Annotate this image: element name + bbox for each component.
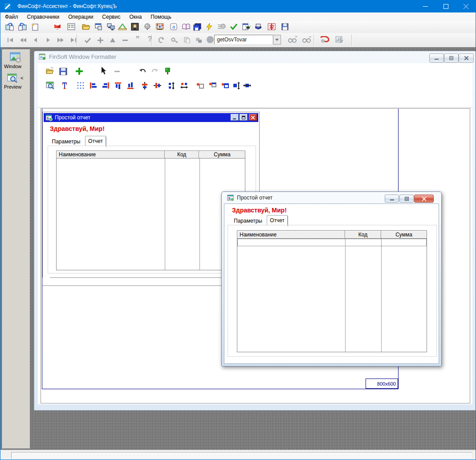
ruler-button[interactable] bbox=[117, 21, 128, 32]
menu-service[interactable]: Сервис bbox=[98, 12, 125, 21]
menu-windows[interactable]: Окна bbox=[125, 12, 146, 21]
minimize-button[interactable] bbox=[415, 0, 435, 12]
key-button[interactable] bbox=[169, 35, 180, 45]
save-button[interactable] bbox=[279, 21, 291, 32]
ditto-button[interactable]: ” bbox=[132, 34, 143, 45]
column-separator[interactable] bbox=[345, 239, 346, 352]
open-book-button[interactable] bbox=[180, 21, 192, 32]
fmt-align-right-button[interactable] bbox=[100, 80, 111, 91]
save-all-button[interactable] bbox=[191, 21, 203, 32]
fmt-redo-button[interactable] bbox=[149, 65, 161, 77]
notes-button[interactable]: a bbox=[168, 21, 179, 32]
open-folder-button[interactable] bbox=[80, 21, 92, 32]
column-separator[interactable] bbox=[199, 159, 200, 270]
preview-tab-report[interactable]: Отчет bbox=[267, 215, 288, 225]
preview-restore-button[interactable] bbox=[399, 195, 414, 203]
find-add-button[interactable] bbox=[287, 34, 298, 45]
designer-report-table[interactable]: Наименование Код Сумма bbox=[56, 151, 245, 270]
copy-button[interactable] bbox=[181, 35, 193, 45]
syntax-check-button[interactable] bbox=[228, 21, 240, 32]
fmt-center-horizontal-button[interactable] bbox=[151, 80, 163, 91]
fmt-space-vertical-button[interactable] bbox=[166, 80, 177, 91]
help-button[interactable]: ? bbox=[144, 34, 156, 45]
column-header-sum[interactable]: Сумма bbox=[381, 231, 427, 239]
fmt-tree-button[interactable] bbox=[162, 65, 173, 77]
fmt-center-vertical-button[interactable] bbox=[139, 80, 151, 91]
fmt-open-button[interactable] bbox=[44, 65, 56, 77]
list-form-button[interactable] bbox=[65, 21, 77, 32]
close-button[interactable] bbox=[456, 0, 476, 12]
filter-button[interactable] bbox=[319, 34, 330, 45]
print-button[interactable] bbox=[252, 21, 264, 32]
fmt-undo-button[interactable] bbox=[137, 65, 148, 77]
procedure-combobox[interactable]: getOsvTovar bbox=[214, 35, 273, 45]
menu-references[interactable]: Справочники bbox=[23, 12, 64, 21]
run-fast-button[interactable] bbox=[216, 21, 228, 32]
prev-record-button[interactable] bbox=[30, 35, 41, 45]
sphere-button[interactable] bbox=[142, 21, 153, 32]
debug-button[interactable] bbox=[240, 21, 252, 32]
first-record-button[interactable] bbox=[5, 35, 16, 45]
column-header-name[interactable]: Наименование bbox=[57, 151, 165, 159]
preview-tool-button[interactable] bbox=[7, 73, 18, 84]
find-remove-button[interactable] bbox=[301, 34, 313, 45]
abacus-button[interactable] bbox=[154, 21, 166, 32]
refresh-button[interactable] bbox=[155, 35, 167, 45]
fmt-grid-button[interactable] bbox=[75, 80, 86, 91]
next-record-button[interactable] bbox=[42, 35, 54, 45]
documents-button[interactable] bbox=[93, 21, 104, 32]
fmt-save-button[interactable] bbox=[57, 65, 69, 77]
menu-operations[interactable]: Операции bbox=[64, 12, 98, 21]
reference-book-button[interactable] bbox=[52, 21, 63, 32]
fmt-make-same-width-button[interactable] bbox=[241, 80, 253, 91]
delete-record-button[interactable] bbox=[119, 35, 131, 45]
formatter-restore-button[interactable] bbox=[444, 53, 459, 63]
fmt-select-cursor-button[interactable] bbox=[98, 65, 110, 77]
calendar-button[interactable]: 12 bbox=[266, 21, 277, 32]
preview-minimize-button[interactable] bbox=[385, 195, 399, 203]
network-computers-button[interactable] bbox=[105, 21, 117, 32]
preview-report-table[interactable]: Наименование Код Сумма bbox=[237, 230, 427, 352]
column-header-sum[interactable]: Сумма bbox=[199, 151, 245, 159]
report-chart-button[interactable] bbox=[334, 34, 345, 45]
fast-prev-button[interactable] bbox=[17, 35, 29, 45]
collapse-chevron[interactable]: < bbox=[20, 75, 23, 81]
preview-report-window[interactable]: Простой отчет Здравствуй, Мир! Параметры bbox=[221, 191, 442, 366]
fmt-make-same-size-button[interactable] bbox=[219, 80, 231, 91]
fmt-make-same-height-button[interactable] bbox=[231, 80, 242, 91]
new-window-button[interactable] bbox=[29, 21, 41, 32]
add-record-button[interactable] bbox=[94, 35, 106, 45]
preview-tab-parameters[interactable]: Параметры bbox=[229, 216, 267, 225]
edit-record-button[interactable] bbox=[107, 35, 118, 45]
fmt-space-horizontal-button[interactable] bbox=[178, 80, 190, 91]
formatter-close-button[interactable] bbox=[459, 53, 474, 63]
designer-titlebar[interactable]: Простой отчет bbox=[44, 113, 258, 122]
column-separator[interactable] bbox=[165, 159, 165, 270]
fmt-align-window-left-button[interactable] bbox=[194, 80, 206, 91]
procedure-combobox-dropdown[interactable] bbox=[273, 35, 281, 45]
fmt-align-top-button[interactable] bbox=[112, 80, 124, 91]
fmt-align-window-top-button[interactable] bbox=[207, 80, 218, 91]
designer-minimize-button[interactable] bbox=[231, 114, 239, 121]
confirm-button[interactable] bbox=[82, 35, 94, 45]
picture-button[interactable] bbox=[129, 21, 141, 32]
last-record-button[interactable] bbox=[67, 35, 79, 45]
switch-window-back-button[interactable] bbox=[16, 21, 28, 32]
designer-restore-button[interactable] bbox=[240, 114, 248, 121]
column-header-code[interactable]: Код bbox=[345, 231, 381, 239]
fmt-preview-button[interactable] bbox=[45, 80, 56, 91]
cascade-button[interactable] bbox=[193, 35, 204, 45]
column-separator[interactable] bbox=[381, 239, 382, 352]
fmt-component-tree-button[interactable] bbox=[59, 80, 70, 91]
designer-tab-parameters[interactable]: Параметры bbox=[47, 137, 85, 146]
designer-close-button[interactable] bbox=[249, 114, 257, 121]
designer-tab-report[interactable]: Отчет bbox=[85, 136, 106, 146]
fmt-remove-button[interactable] bbox=[111, 65, 123, 77]
formatter-minimize-button[interactable] bbox=[429, 53, 444, 63]
menu-help[interactable]: Помощь bbox=[146, 12, 175, 21]
maximize-button[interactable] bbox=[435, 0, 456, 12]
design-surface[interactable]: 800x600 Простой отчет bbox=[41, 108, 470, 403]
fast-next-button[interactable] bbox=[55, 35, 66, 45]
window-tool-button[interactable] bbox=[10, 52, 21, 64]
fmt-align-bottom-button[interactable] bbox=[125, 80, 136, 91]
